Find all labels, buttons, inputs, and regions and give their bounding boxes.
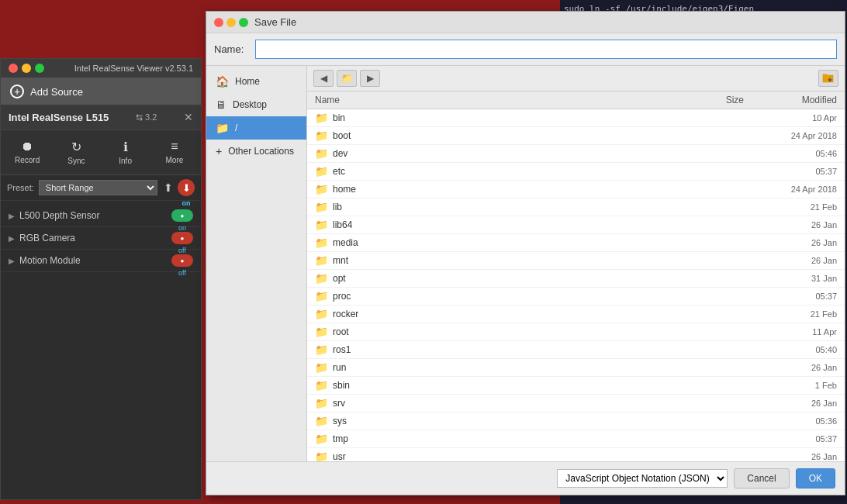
preset-bar: Preset: Short Range ⬆ ⬇ on xyxy=(1,175,201,201)
folder-icon: 📁 xyxy=(315,201,328,213)
table-row[interactable]: 📁 dev 05:46 xyxy=(307,145,845,163)
folder-icon: 📁 xyxy=(315,219,328,231)
table-row[interactable]: 📁 home 24 Apr 2018 xyxy=(307,181,845,198)
table-row[interactable]: 📁 root 11 Apr xyxy=(307,323,845,341)
table-row[interactable]: 📁 tmp 05:37 xyxy=(307,430,845,448)
filename-input[interactable] xyxy=(255,40,837,59)
dialog-close-btn[interactable] xyxy=(214,18,223,27)
preset-select[interactable]: Short Range xyxy=(39,180,157,195)
dialog-name-bar: Name: xyxy=(206,33,845,66)
folder-icon: 📁 xyxy=(315,165,328,178)
rgb-toggle[interactable]: ● off xyxy=(171,232,193,244)
preset-icons: ⬆ ⬇ on xyxy=(162,179,195,196)
table-row[interactable]: 📁 proc 05:37 xyxy=(307,288,845,306)
forward-button[interactable]: ▶ xyxy=(360,70,380,87)
dialog-min-btn[interactable] xyxy=(226,18,236,27)
new-folder-button[interactable] xyxy=(818,70,838,87)
row-name: usr xyxy=(333,451,346,461)
table-row[interactable]: 📁 opt 31 Jan xyxy=(307,270,845,288)
table-row[interactable]: 📁 bin 10 Apr xyxy=(307,109,845,127)
sidebar-item-root[interactable]: 📁 / xyxy=(206,116,306,140)
row-name: etc xyxy=(333,166,345,177)
table-row[interactable]: 📁 boot 24 Apr 2018 xyxy=(307,127,845,145)
table-row[interactable]: 📁 lib64 26 Jan xyxy=(307,216,845,234)
folder-icon: 📁 xyxy=(315,147,328,160)
ok-button[interactable]: OK xyxy=(796,468,835,488)
row-name: bin xyxy=(333,112,345,123)
motion-toggle[interactable]: ● off xyxy=(171,254,193,267)
motion-module-label: Motion Module xyxy=(19,255,81,266)
row-modified: 05:37 xyxy=(744,434,837,444)
depth-toggle[interactable]: ● on xyxy=(171,209,193,222)
info-button[interactable]: ℹ Info xyxy=(103,136,148,168)
folder-icon: 📁 xyxy=(315,379,328,392)
row-name: home xyxy=(333,184,356,195)
depth-arrow-icon: ▶ xyxy=(9,212,15,220)
file-type-select[interactable]: JavaScript Object Notation (JSON) xyxy=(557,469,728,488)
save-file-dialog: Save File Name: 🏠 Home 🖥 Desktop 📁 / + O… xyxy=(206,11,845,495)
sensor-item-depth[interactable]: ▶ L500 Depth Sensor ● on xyxy=(1,205,201,227)
add-source-button[interactable]: + Add Source xyxy=(1,78,201,105)
table-row[interactable]: 📁 sbin 1 Feb xyxy=(307,377,845,395)
folder-icon: 📁 xyxy=(315,308,328,320)
table-row[interactable]: 📁 lib 21 Feb xyxy=(307,198,845,216)
sidebar-item-desktop[interactable]: 🖥 Desktop xyxy=(206,93,306,116)
preset-download-btn[interactable]: ⬇ on xyxy=(178,179,195,196)
row-name: tmp xyxy=(333,433,348,444)
preset-upload-icon[interactable]: ⬆ xyxy=(162,180,175,195)
sync-button[interactable]: ↻ Sync xyxy=(54,136,99,168)
row-modified: 24 Apr 2018 xyxy=(744,131,837,140)
sidebar-item-home[interactable]: 🏠 Home xyxy=(206,70,306,93)
dialog-sidebar: 🏠 Home 🖥 Desktop 📁 / + Other Locations xyxy=(206,66,307,461)
folder-icon: 📁 xyxy=(315,343,328,356)
rgb-toggle-state: ● xyxy=(181,235,185,242)
table-row[interactable]: 📁 media 26 Jan xyxy=(307,234,845,252)
table-row[interactable]: 📁 usr 26 Jan xyxy=(307,448,845,461)
device-close-btn[interactable]: ✕ xyxy=(184,111,193,123)
device-usb: ⇆ 3.2 xyxy=(136,112,157,123)
preset-label: Preset: xyxy=(7,183,34,192)
folder-view-button[interactable]: 📁 xyxy=(337,70,357,87)
dialog-footer: JavaScript Object Notation (JSON) Cancel… xyxy=(206,461,845,495)
sensor-list: ▶ L500 Depth Sensor ● on ▶ RGB Camera ● … xyxy=(1,201,201,276)
info-label: Info xyxy=(119,157,132,165)
viewer-close-btn[interactable] xyxy=(9,64,18,73)
table-row[interactable]: 📁 ros1 05:40 xyxy=(307,341,845,359)
other-locations-icon: + xyxy=(216,145,222,157)
viewer-title: Intel RealSense Viewer v2.53.1 xyxy=(74,64,193,73)
back-button[interactable]: ◀ xyxy=(313,70,334,87)
device-header: Intel RealSense L515 ⇆ 3.2 ✕ xyxy=(1,105,201,130)
dialog-max-btn[interactable] xyxy=(239,18,248,27)
viewer-max-btn[interactable] xyxy=(35,64,44,73)
table-row[interactable]: 📁 etc 05:37 xyxy=(307,163,845,181)
record-label: Record xyxy=(15,156,40,164)
table-row[interactable]: 📁 mnt 26 Jan xyxy=(307,252,845,270)
more-button[interactable]: ≡ More xyxy=(152,136,197,168)
rgb-camera-label: RGB Camera xyxy=(19,233,75,243)
folder-icon: 📁 xyxy=(315,450,328,461)
table-row[interactable]: 📁 rocker 21 Feb xyxy=(307,306,845,323)
folder-icon: 📁 xyxy=(315,290,328,302)
table-row[interactable]: 📁 sys 05:36 xyxy=(307,413,845,430)
home-icon: 🏠 xyxy=(216,75,229,88)
viewer-panel: Intel RealSense Viewer v2.53.1 + Add Sou… xyxy=(0,58,202,500)
cancel-button[interactable]: Cancel xyxy=(734,468,789,488)
dialog-window-controls xyxy=(214,18,248,27)
sensor-item-rgb[interactable]: ▶ RGB Camera ● off xyxy=(1,227,201,250)
sensor-item-motion[interactable]: ▶ Motion Module ● off xyxy=(1,250,201,272)
col-modified: Modified xyxy=(744,95,837,105)
table-row[interactable]: 📁 srv 26 Jan xyxy=(307,395,845,413)
viewer-min-btn[interactable] xyxy=(22,64,31,73)
row-name: sbin xyxy=(333,380,350,391)
row-modified: 24 Apr 2018 xyxy=(744,185,837,194)
depth-sensor-label: L500 Depth Sensor xyxy=(19,210,99,221)
row-modified: 05:37 xyxy=(744,292,837,301)
folder-icon: 📁 xyxy=(315,112,328,124)
sidebar-item-other-locations[interactable]: + Other Locations xyxy=(206,140,306,163)
record-button[interactable]: ⏺ Record xyxy=(5,136,50,168)
row-modified: 26 Jan xyxy=(744,238,837,247)
home-label: Home xyxy=(235,76,260,87)
device-section: Intel RealSense L515 ⇆ 3.2 ✕ ⏺ Record ↻ … xyxy=(1,105,201,276)
table-row[interactable]: 📁 run 26 Jan xyxy=(307,359,845,377)
info-icon: ℹ xyxy=(123,140,128,154)
